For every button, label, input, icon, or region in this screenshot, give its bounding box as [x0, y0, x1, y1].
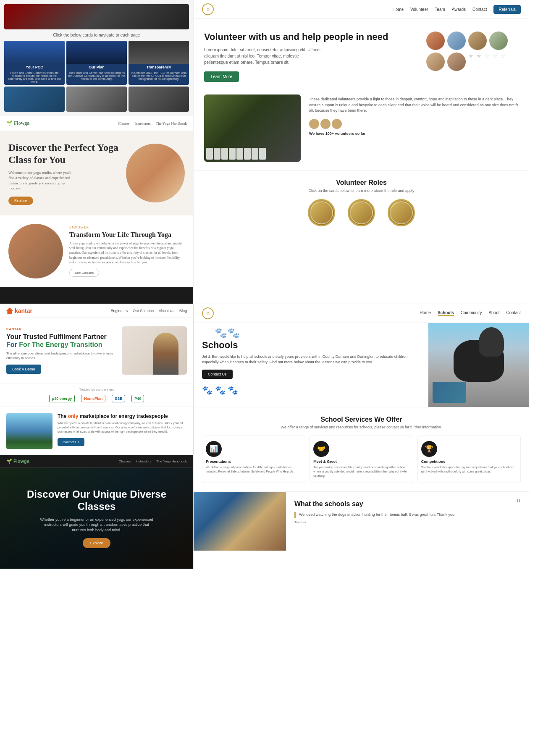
flowga-nav-classes[interactable]: Classes	[118, 121, 129, 126]
schools-service-competitions: 🏆 Competitions Teachers watch this space…	[417, 436, 521, 483]
flowga-bottom-explore-button[interactable]: Explore	[83, 538, 111, 548]
pcc-nav-instruction: Click the below cards to navigate to eac…	[4, 33, 189, 37]
volunteer-roles-title: Volunteer Roles	[204, 179, 519, 186]
schools-dog-image	[428, 323, 529, 407]
kantar-house-icon	[6, 307, 13, 314]
schools-paws-decoration: 🐾🐾	[215, 327, 240, 339]
schools-nav-community[interactable]: Community	[461, 310, 482, 316]
volunteer-person-6	[244, 148, 251, 160]
flowga-transform-text: Empower Transform Your Life Through Yoga…	[69, 226, 185, 277]
flowga-bottom-hero-content: Discover Our Unique Diverse Classes Whet…	[8, 488, 185, 548]
volunteer-learn-more-button[interactable]: Learn More	[204, 71, 239, 82]
kantar-logo: kantar	[6, 307, 32, 314]
vol-nav-volunteer[interactable]: Volunteer	[410, 7, 428, 12]
kantar-marketplace-text: The only marketplace for energy tradespe…	[58, 413, 187, 446]
flowga-bottom-nav-instructors[interactable]: Instructors	[136, 459, 151, 463]
volunteer-person-2	[214, 148, 220, 160]
volunteer-hero-desc: Lorem ipsum dolor sit amet, consectetur …	[204, 47, 322, 66]
schools-contact-button[interactable]: Contact Us	[202, 370, 233, 379]
schools-competitions-title: Competitions	[421, 459, 517, 464]
kantar-nav-solution[interactable]: Our Solution	[133, 309, 154, 313]
kantar-hero-image	[122, 326, 187, 375]
volunteer-mid-desc: These dedicated volunteers provide a lig…	[309, 97, 519, 114]
kantar-hero: KANTAR Your Trusted Fulfilment Partner F…	[0, 318, 193, 383]
vol-nav-home[interactable]: Home	[392, 7, 404, 12]
volunteer-hero-title: Volunteer with us and help people in nee…	[204, 32, 418, 42]
flowga-bottom-section: 🌱 Flowga Classes Instructors The Yoga Ha…	[0, 455, 193, 569]
flowga-bottom-hero-title: Discover Our Unique Diverse Classes	[8, 488, 185, 513]
flowga-nav-instructors[interactable]: Instructors	[134, 121, 151, 126]
flowga-bottom-hero: Discover Our Unique Diverse Classes Whet…	[0, 468, 193, 569]
flowga-bottom-nav-handbook[interactable]: The Yoga Handbook	[156, 459, 187, 463]
schools-nav-schools[interactable]: Schools	[438, 310, 454, 316]
flowga-hero: Discover the Perfect Yoga Class for You …	[0, 131, 193, 215]
schools-testimonial-section: What the schools say " We loved watching…	[194, 491, 529, 551]
volunteer-mid-text: These dedicated volunteers provide a lig…	[309, 94, 519, 136]
kantar-contact-button[interactable]: Contact Us	[58, 438, 84, 446]
kantar-nav-about[interactable]: About Us	[159, 309, 174, 313]
volunteer-avatar-6	[447, 52, 466, 71]
schools-hero-left: 🐾🐾 Schools Jet & Ben would like to help …	[194, 323, 428, 407]
kantar-nav-engineers[interactable]: Engineers	[110, 309, 128, 313]
volunteer-badge-inner-3	[390, 201, 413, 224]
kantar-marketplace-title: The only marketplace for energy tradespe…	[58, 413, 187, 419]
volunteer-person-5	[236, 148, 243, 160]
star-icon-5: ☆	[500, 52, 506, 71]
flowga-see-classes-button[interactable]: See Classes	[69, 269, 99, 277]
pcc-card-title-your-pcc: Your PCC	[4, 64, 65, 71]
pcc-section: Click the below cards to navigate to eac…	[0, 0, 193, 116]
volunteer-mid-section: These dedicated volunteers provide a lig…	[194, 94, 529, 170]
flowga-bottom-nav-classes[interactable]: Classes	[119, 459, 131, 463]
pcc-card-your-pcc[interactable]: Your PCC Police and Crime Commissioners …	[4, 41, 65, 85]
pcc-bottom-card-3[interactable]	[129, 87, 189, 112]
schools-nav-links: Home Schools Community About Contact	[420, 310, 521, 316]
kantar-hero-text: KANTAR Your Trusted Fulfilment Partner F…	[6, 327, 115, 374]
schools-testimonial-title: What the schools say	[294, 500, 363, 508]
kantar-desc: The all-in-one operations and tradespers…	[6, 351, 115, 360]
vol-nav-team[interactable]: Team	[435, 7, 445, 12]
pcc-card-img-your-pcc	[4, 41, 65, 64]
flowga-hero-text: Discover the Perfect Yoga Class for You …	[8, 142, 126, 205]
pcc-card-img-our-plan	[66, 41, 127, 64]
vol-nav-awards[interactable]: Awards	[452, 7, 466, 12]
kantar-nav: kantar Engineers Our Solution About Us B…	[0, 304, 193, 318]
kantar-nav-blog[interactable]: Blog	[179, 309, 187, 313]
presentations-icon-symbol: 📊	[210, 445, 218, 453]
pcc-bottom-card-2[interactable]	[66, 87, 127, 112]
schools-meet-greet-desc: Are you having a summer fair, charity ev…	[313, 465, 409, 478]
vol-nav-contact[interactable]: Contact	[472, 7, 487, 12]
schools-presentations-title: Presentations	[206, 459, 302, 464]
schools-services-subtitle: We offer a range of services and resourc…	[202, 425, 521, 429]
pcc-card-transparency[interactable]: Transparency In October 2013, the PCC fo…	[129, 41, 189, 85]
kantar-person-figure	[153, 333, 178, 375]
schools-nav-about[interactable]: About	[488, 310, 499, 316]
pcc-card-desc-transparency: In October 2013, the PCC for Durham was …	[129, 71, 189, 82]
volunteer-roles-section: Volunteer Roles Click on the cards below…	[194, 170, 529, 235]
volunteer-badge-3[interactable]	[388, 199, 415, 226]
pcc-card-img-transparency	[129, 41, 189, 64]
volunteer-badge-2[interactable]	[348, 199, 375, 226]
competitions-icon-symbol: 🏆	[425, 445, 433, 453]
schools-nav-contact[interactable]: Contact	[506, 310, 521, 316]
flowga-bottom-nav: 🌱 Flowga Classes Instructors The Yoga Ha…	[0, 455, 193, 468]
flowga-nav-handbook[interactable]: The Yoga Handbook	[156, 121, 187, 126]
schools-page-title: Schools	[202, 340, 420, 351]
pcc-bottom-card-1[interactable]	[4, 87, 65, 112]
volunteer-count-text: We have 100+ volunteers so far	[309, 131, 519, 136]
flowga-explore-button[interactable]: Explore	[8, 197, 33, 205]
pcc-card-title-our-plan: Our Plan	[66, 64, 127, 71]
schools-hero-content: 🐾🐾 Schools Jet & Ben would like to help …	[194, 323, 529, 407]
schools-services-title: School Services We Offer	[202, 416, 521, 423]
schools-nav-home[interactable]: Home	[420, 310, 431, 316]
volunteer-badge-1[interactable]	[308, 199, 335, 226]
kantar-partner-logos: p40 energy HomePlan SSE P40	[6, 395, 187, 402]
pcc-card-our-plan[interactable]: Our Plan The Police and Crime Plan sets …	[66, 41, 127, 85]
volunteer-referrals-button[interactable]: Referrals	[493, 5, 521, 14]
kantar-book-demo-button[interactable]: Book A Demo	[6, 365, 41, 374]
schools-section: ⚙ Home Schools Community About Contact 🐾…	[193, 304, 529, 569]
flowga-logo: 🌱 Flowga	[6, 120, 29, 126]
volunteer-nav: ⚙ Home Volunteer Team Awards Contact Ref…	[194, 0, 529, 19]
flowga-bottom-logo: 🌱 Flowga	[6, 459, 29, 464]
kantar-only-highlight: only	[68, 413, 79, 419]
schools-nav: ⚙ Home Schools Community About Contact	[194, 304, 529, 323]
